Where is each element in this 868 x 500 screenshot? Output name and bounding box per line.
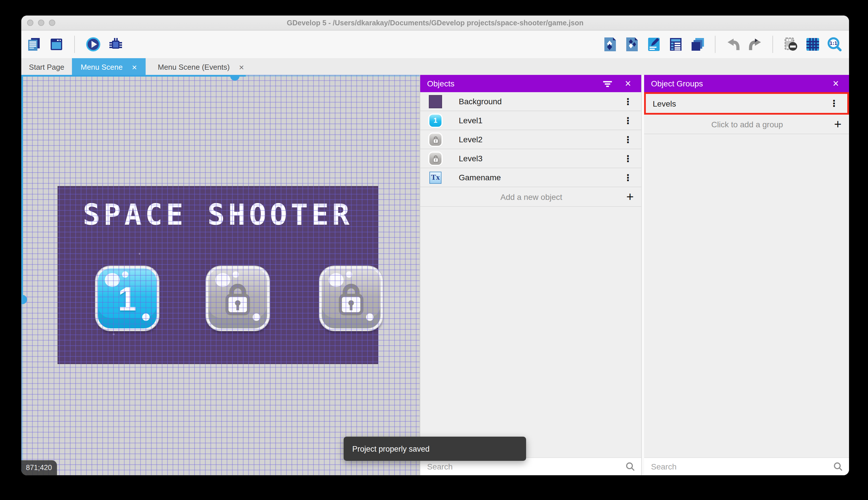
annotation-highlight: Levels ⋮: [644, 92, 849, 115]
gloss-bubble: [142, 314, 150, 321]
gloss-bubble: [233, 271, 239, 278]
cursor-coordinates-badge: 871;420: [21, 460, 57, 475]
scene-window-left-border-faded: [21, 299, 23, 475]
object-name: Gamename: [459, 173, 623, 182]
group-name: Levels: [653, 99, 830, 108]
scene-window-top-handle[interactable]: [230, 75, 239, 81]
add-group-row[interactable]: Click to add a group +: [644, 115, 849, 134]
objects-panel-title: Objects: [427, 79, 601, 88]
scene-canvas[interactable]: SPACE SHOOTER 1: [21, 75, 420, 475]
scene-window-top-border: [21, 75, 246, 77]
editor-content: SPACE SHOOTER 1: [21, 75, 849, 475]
close-objects-panel-icon[interactable]: ×: [622, 77, 634, 90]
tab-start-page[interactable]: Start Page: [21, 58, 72, 76]
tab-label: Start Page: [29, 62, 64, 71]
add-group-plus-icon[interactable]: +: [834, 117, 842, 132]
star-decoration: [300, 222, 301, 224]
svg-text:1:1: 1:1: [830, 41, 837, 46]
object-row-gamename[interactable]: Tx Gamename ⋮: [420, 168, 641, 187]
gloss-bubble: [366, 314, 374, 321]
object-groups-panel-header: Object Groups ×: [644, 75, 849, 92]
lock-icon: [432, 154, 439, 163]
add-object-plus-icon[interactable]: +: [626, 189, 634, 204]
debug-icon[interactable]: [108, 37, 123, 52]
group-row-levels[interactable]: Levels ⋮: [646, 94, 847, 113]
level2-thumbnail: [430, 133, 442, 146]
project-manager-icon[interactable]: [26, 37, 42, 52]
gloss-bubble: [122, 271, 128, 278]
layers-icon[interactable]: [690, 37, 705, 52]
gloss-bubble: [105, 273, 120, 287]
text-object-thumbnail: Tx: [430, 171, 442, 183]
zoom-one-to-one-icon[interactable]: 1:1: [826, 37, 842, 52]
level3-button-object[interactable]: [319, 266, 383, 331]
redo-icon[interactable]: [747, 37, 763, 52]
titlebar: GDevelop 5 - /Users/dkarakay/Documents/G…: [21, 15, 849, 31]
filter-icon[interactable]: [601, 77, 613, 90]
group-menu-icon[interactable]: ⋮: [830, 98, 838, 109]
object-menu-icon[interactable]: ⋮: [623, 153, 633, 164]
object-row-level1[interactable]: 1 Level1 ⋮: [420, 111, 641, 130]
panel-splitter[interactable]: [641, 75, 644, 475]
object-groups-panel-icon[interactable]: [624, 37, 640, 52]
toolbar-divider: [74, 36, 75, 53]
lock-icon: [432, 135, 439, 144]
scene-window-left-border: [21, 75, 23, 299]
object-row-level2[interactable]: Level2 ⋮: [420, 130, 641, 149]
objects-panel: Objects × Background ⋮ 1 Level1 ⋮: [420, 75, 641, 475]
object-name: Background: [459, 97, 623, 106]
render-mask-icon[interactable]: [783, 37, 798, 52]
scene-window-left-handle[interactable]: [21, 295, 27, 304]
toolbar-divider: [772, 36, 773, 53]
search-icon: [833, 462, 843, 472]
gloss-bubble: [346, 271, 352, 278]
object-row-level3[interactable]: Level3 ⋮: [420, 149, 641, 168]
level-number: 1: [118, 279, 137, 318]
add-group-label: Click to add a group: [644, 120, 834, 129]
undo-icon[interactable]: [725, 37, 741, 52]
grid-icon[interactable]: [805, 37, 820, 52]
game-title-text[interactable]: SPACE SHOOTER: [58, 198, 378, 231]
search-icon: [625, 462, 635, 472]
close-object-groups-panel-icon[interactable]: ×: [830, 77, 842, 90]
object-menu-icon[interactable]: ⋮: [623, 96, 633, 107]
object-name: Level2: [459, 135, 623, 144]
object-menu-icon[interactable]: ⋮: [623, 172, 633, 183]
gloss-bubble: [253, 314, 260, 321]
game-background-object[interactable]: SPACE SHOOTER 1: [58, 186, 378, 363]
object-groups-panel-title: Object Groups: [651, 79, 830, 88]
screen: GDevelop 5 - /Users/dkarakay/Documents/G…: [0, 0, 868, 500]
level1-thumbnail: 1: [430, 114, 442, 126]
star-decoration: [113, 333, 115, 335]
tab-close-icon[interactable]: ×: [239, 62, 244, 71]
groups-search-input[interactable]: [644, 458, 833, 475]
star-decoration: [139, 253, 140, 254]
save-toast: Project properly saved: [344, 436, 526, 461]
add-object-label: Add a new object: [420, 192, 626, 201]
tab-menu-scene[interactable]: Menu Scene ×: [72, 58, 145, 76]
toolbar-divider: [715, 36, 715, 53]
scene-properties-icon[interactable]: [646, 37, 661, 52]
toolbar: 1:1: [21, 31, 849, 58]
window-icon[interactable]: [48, 37, 64, 52]
object-name: Level3: [459, 154, 623, 163]
level1-button-object[interactable]: 1: [96, 266, 159, 331]
object-groups-panel: Object Groups × Levels ⋮ Click to add a …: [644, 75, 849, 475]
objects-panel-header: Objects ×: [420, 75, 641, 92]
object-menu-icon[interactable]: ⋮: [623, 134, 633, 145]
instances-list-icon[interactable]: [668, 37, 683, 52]
gloss-bubble: [215, 273, 230, 287]
objects-panel-icon[interactable]: [602, 37, 618, 52]
add-object-row[interactable]: Add a new object +: [420, 187, 641, 207]
groups-search-bar: [644, 457, 849, 475]
background-thumbnail: [430, 95, 442, 107]
tab-menu-scene-events[interactable]: Menu Scene (Events) ×: [145, 58, 256, 76]
object-row-background[interactable]: Background ⋮: [420, 92, 641, 111]
editor-tabbar: Start Page Menu Scene × Menu Scene (Even…: [21, 58, 849, 76]
object-menu-icon[interactable]: ⋮: [623, 115, 633, 126]
preview-play-icon[interactable]: [85, 37, 101, 52]
tab-close-icon[interactable]: ×: [132, 62, 137, 71]
tab-label: Menu Scene: [81, 62, 122, 71]
level2-button-object[interactable]: [206, 266, 269, 331]
gloss-bubble: [329, 273, 344, 287]
